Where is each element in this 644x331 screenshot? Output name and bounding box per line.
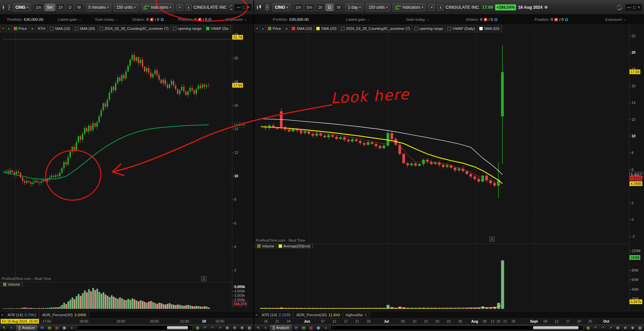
cancel-orders-icon[interactable]: ✖ — [150, 18, 154, 21]
indicator-checkbox[interactable] — [173, 27, 176, 31]
analyze-button[interactable]: []Analyze — [270, 325, 291, 330]
calendar-icon[interactable]: ▦ — [586, 325, 591, 330]
report-icon[interactable]: ▤ — [301, 325, 306, 330]
timeframe-button-1h[interactable]: 1h — [316, 4, 325, 11]
legend-item-2024-03-28-counting3c-screener-7-[interactable]: 2024_03_28_Counting3C_screener (7) — [97, 25, 171, 32]
indicator-checkbox[interactable] — [414, 27, 418, 31]
symbol-selector[interactable]: CING▾ — [13, 3, 31, 11]
sell-arrow-icon[interactable]: ▼ — [0, 25, 6, 32]
time-axis-right[interactable]: 162124Jun0712172126Jul051015182326Aug081… — [254, 318, 644, 325]
scroll-right-icon[interactable]: › — [189, 326, 193, 329]
legend-item-sma-20-[interactable]: SMA (20) — [73, 25, 97, 32]
indicator-value-chip[interactable]: ADR_Percent(30)11.843 — [293, 311, 343, 319]
indicator-value-chip[interactable]: ATR (14)2.1535 — [259, 311, 293, 319]
zoom-in-icon[interactable]: ⊕ — [239, 325, 245, 330]
report-icon[interactable]: ▤ — [47, 325, 52, 330]
time-axis-left[interactable]: Fri 16 Aug 2024, 15:40 17:0018:0019:0020… — [0, 318, 253, 325]
daily-candlestick-chart[interactable] — [254, 24, 644, 311]
info-icon[interactable]: i — [186, 4, 192, 10]
timeframe-button-W[interactable]: W — [75, 4, 83, 11]
indicator-checkbox[interactable] — [447, 27, 451, 31]
close-button[interactable]: × — [638, 5, 640, 10]
units-selector[interactable]: 150 units▾ — [114, 3, 138, 11]
share-icon[interactable]: < — [263, 325, 268, 330]
zoom-out-icon[interactable]: ⊖ — [232, 325, 237, 330]
intraday-candlestick-chart[interactable] — [0, 24, 253, 311]
indicator-checkbox[interactable] — [75, 27, 78, 31]
indicators-more-button[interactable]: ▾ — [428, 4, 435, 11]
positions-icon[interactable]: ▥ — [54, 325, 59, 330]
indicator-checkbox[interactable] — [99, 27, 103, 31]
price-axis-left[interactable]: 2220181614121086425,000k4,000k3,000k2,00… — [232, 24, 253, 311]
refresh-icon[interactable] — [229, 4, 232, 11]
buy-arrow-icon[interactable]: ▲ — [260, 25, 266, 32]
calendar-icon[interactable]: ▦ — [195, 325, 200, 330]
chart-scrollbar[interactable]: ‹› — [76, 325, 193, 330]
price-axis-right[interactable]: 222018161412108620-2120M80M60M40M20M — [629, 24, 644, 311]
scroll-left-icon[interactable]: ‹ — [77, 326, 81, 329]
chart-export-icon[interactable]: ⇗ — [217, 325, 223, 330]
maximize-button[interactable]: □ — [633, 5, 636, 10]
legend-item-sma-50-[interactable]: SMA (50) — [477, 25, 502, 32]
chat-icon[interactable]: ✉ — [39, 325, 45, 330]
timeframe-button-1m[interactable]: 1m — [293, 4, 304, 11]
minimize-button[interactable]: — — [237, 5, 241, 10]
legend-item-opening-range[interactable]: opening range — [412, 25, 445, 32]
cancel-orders-icon[interactable]: ✖ — [484, 18, 487, 21]
timeframe-button-5m[interactable]: 5m — [45, 4, 55, 11]
indicator-checkbox[interactable] — [50, 27, 53, 31]
settings-gear-icon[interactable] — [161, 18, 164, 21]
legend-item-price[interactable]: Price — [266, 25, 283, 32]
buy-arrow-icon[interactable]: ▲ — [6, 25, 12, 32]
monitor-chart-icon[interactable]: ▣ — [316, 325, 321, 330]
timeframe-button-1h[interactable]: 1h — [56, 4, 65, 11]
share-icon[interactable]: < — [9, 325, 14, 330]
scroll-left-icon[interactable]: ‹ — [331, 326, 335, 329]
volume-legend-item[interactable]: Volume — [1, 282, 23, 286]
draw-icon[interactable]: ✎ — [255, 325, 261, 330]
settings-gear-icon[interactable] — [208, 18, 211, 21]
scrollbar-thumb[interactable] — [533, 326, 578, 329]
timeframe-button-1m[interactable]: 1m — [33, 4, 44, 11]
indicator-value-chip[interactable]: ATR (14)0.7061 — [5, 311, 39, 319]
indicators-button[interactable]: Indicators▾ — [141, 3, 174, 11]
legend-item-rth[interactable]: RTH — [36, 25, 47, 32]
chart-scrollbar[interactable]: ‹› — [330, 325, 583, 330]
zoom-out-icon[interactable]: ⊖ — [622, 325, 628, 330]
maximize-button[interactable]: □ — [243, 5, 245, 10]
zoom-in-icon[interactable]: ⊕ — [630, 325, 635, 330]
undo-icon[interactable]: ↶ — [202, 325, 208, 330]
link-group-icon[interactable] — [265, 4, 270, 11]
minimize-button[interactable]: — — [627, 5, 631, 10]
indicator-value-chip[interactable]: ADR_Percent(30)3.9496 — [39, 311, 89, 319]
scrollbar-thumb[interactable] — [167, 326, 188, 329]
indicator-checkbox[interactable] — [341, 27, 345, 31]
pane-info-icon[interactable]: i — [489, 236, 495, 242]
timeframe-button-D[interactable]: D — [326, 4, 333, 11]
scroll-right-icon[interactable]: › — [579, 326, 583, 329]
columns-icon[interactable]: ▥ — [637, 325, 643, 330]
positions-icon[interactable]: ▥ — [308, 325, 314, 330]
redo-icon[interactable]: ↷ — [600, 325, 606, 330]
settings-gear-icon[interactable] — [565, 18, 568, 21]
cancel-orders-icon[interactable]: ✖ — [198, 18, 202, 21]
close-button[interactable]: × — [247, 5, 249, 10]
period-selector[interactable]: 5 minutes▾ — [86, 3, 112, 11]
timeframe-button-5m[interactable]: 5m — [304, 4, 315, 11]
monitor-chart-icon[interactable]: ▣ — [62, 325, 67, 330]
analyze-button[interactable]: []Analyze — [16, 325, 37, 330]
chart-export-icon[interactable]: ⇗ — [608, 325, 613, 330]
period-selector[interactable]: 1 day▾ — [345, 3, 363, 11]
legend-item-sma-20-[interactable]: SMA (20) — [314, 25, 339, 32]
units-selector[interactable]: 150 units▾ — [366, 3, 390, 11]
redo-icon[interactable]: ↷ — [210, 325, 215, 330]
legend-item[interactable]: ≡ — [29, 25, 36, 32]
indicators-button[interactable]: Indicators▾ — [393, 3, 426, 11]
symbol-selector[interactable]: CING▾ — [272, 3, 291, 11]
cancel-orders-icon[interactable]: ✖ — [554, 18, 558, 21]
legend-item-2024-03-28-counting3c-screener-7-[interactable]: 2024_03_28_Counting3C_screener (7) — [339, 25, 412, 32]
legend-item-price[interactable]: Price — [12, 25, 29, 32]
draw-icon[interactable]: ✎ — [1, 325, 7, 330]
undo-icon[interactable]: ↶ — [593, 325, 598, 330]
collapse-icon[interactable]: « — [69, 325, 74, 330]
